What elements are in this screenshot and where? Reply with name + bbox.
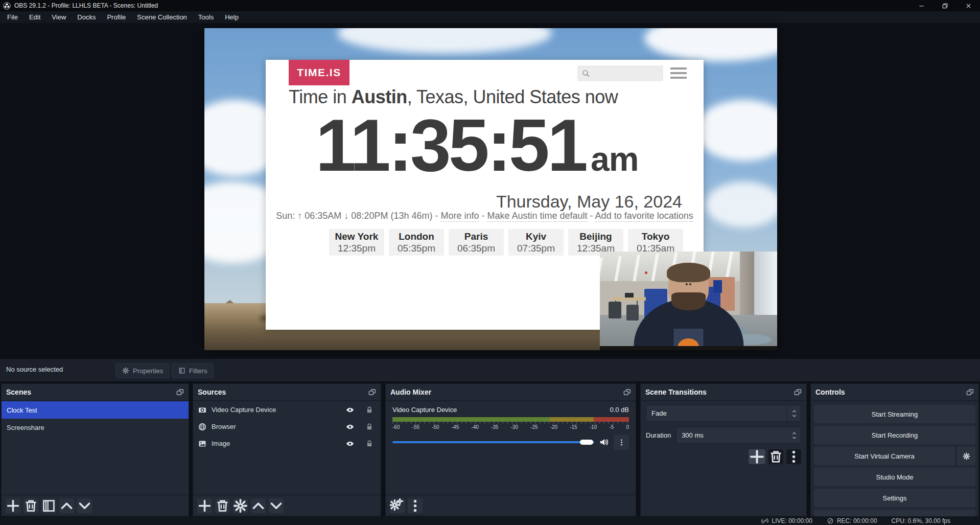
window-controls: [909, 0, 980, 11]
menu-edit[interactable]: Edit: [24, 11, 46, 23]
trash-button[interactable]: [24, 498, 38, 513]
start-virtual-camera-button[interactable]: Start Virtual Camera: [814, 447, 955, 465]
restore-icon[interactable]: [933, 0, 956, 11]
volume-slider-handle[interactable]: [580, 440, 593, 445]
source-toolbar: No source selected Properties Filters: [0, 359, 980, 381]
menu-view[interactable]: View: [46, 11, 72, 23]
studio-mode-button[interactable]: Studio Mode: [814, 468, 975, 486]
menu-tools[interactable]: Tools: [193, 11, 219, 23]
chevron-up-button[interactable]: [251, 498, 266, 513]
popout-icon[interactable]: [368, 389, 376, 396]
dots-vertical-button[interactable]: [408, 498, 423, 513]
start-streaming-button[interactable]: Start Streaming: [814, 405, 975, 423]
link-add-to-favorite-locations[interactable]: Add to favorite locations: [595, 211, 693, 222]
plus-button[interactable]: [749, 449, 765, 464]
timeis-logo[interactable]: TIME.IS: [289, 60, 349, 85]
scene-item-screenshare[interactable]: Screenshare: [2, 419, 189, 436]
chevron-up-icon: [791, 431, 797, 436]
city-london[interactable]: London05:35pm: [389, 229, 444, 256]
trash-button[interactable]: [768, 449, 783, 464]
gear-button[interactable]: [233, 498, 248, 513]
hamburger-menu-icon[interactable]: [670, 67, 687, 79]
gear-double-button[interactable]: [390, 498, 405, 513]
mixer-channel-menu-button[interactable]: [614, 435, 629, 450]
duration-spin-arrows[interactable]: [787, 427, 801, 443]
virtual-camera-config-button[interactable]: [957, 447, 975, 465]
filters-button[interactable]: [41, 498, 56, 513]
city-name: Beijing: [579, 231, 612, 242]
properties-button[interactable]: Properties: [115, 363, 170, 378]
city-name: Tokyo: [642, 231, 670, 242]
db-tick-label: -5: [609, 424, 614, 430]
duration-spinbox[interactable]: 300 ms: [676, 427, 801, 444]
city-paris[interactable]: Paris06:35pm: [449, 229, 504, 256]
start-recording-button[interactable]: Start Recording: [814, 426, 975, 444]
volume-slider[interactable]: [392, 441, 594, 443]
eye-icon: [346, 440, 354, 448]
rec-status: REC: 00:00:00: [827, 517, 877, 524]
minimize-icon[interactable]: [909, 0, 933, 11]
city-kyiv[interactable]: Kyiv07:35pm: [508, 229, 564, 256]
link-separator: -: [479, 211, 487, 221]
city-new-york[interactable]: New York12:35pm: [329, 229, 384, 256]
source-row-video-capture-device[interactable]: Video Capture Device: [193, 401, 381, 418]
db-tick-label: -45: [452, 424, 459, 430]
sun-times-text: Sun: ↑ 06:35AM ↓ 08:20PM (13h 46m): [276, 211, 432, 221]
menu-profile[interactable]: Profile: [101, 11, 131, 23]
filters-button[interactable]: Filters: [172, 363, 214, 378]
popout-icon[interactable]: [623, 389, 631, 396]
program-canvas[interactable]: TIME.IS Time in Austin, Texas, United St…: [204, 28, 777, 350]
dots-vertical-button[interactable]: [786, 449, 801, 464]
menu-scene-collection[interactable]: Scene Collection: [131, 11, 193, 23]
mixer-channel-label: Video Capture Device: [392, 406, 457, 414]
volume-tick-labels: -60-55-50-45-40-35-30-25-20-15-10-50: [392, 424, 629, 430]
chevron-down-button[interactable]: [77, 498, 92, 513]
db-tick-label: -15: [570, 424, 577, 430]
gear-icon: [122, 367, 129, 374]
menu-file[interactable]: File: [2, 11, 24, 23]
volume-meter: [392, 417, 629, 422]
eye-icon: [346, 406, 354, 414]
popout-icon[interactable]: [794, 389, 802, 396]
transition-value: Fade: [646, 409, 787, 417]
timeis-clock: 11:35:51: [316, 104, 586, 187]
close-icon[interactable]: [956, 0, 980, 11]
plus-button[interactable]: [197, 498, 212, 513]
transition-select-arrows[interactable]: [787, 405, 801, 421]
source-row-browser[interactable]: Browser: [193, 418, 381, 435]
scenes-toolbar: [2, 494, 189, 516]
no-source-status: No source selected: [6, 366, 63, 373]
popout-icon[interactable]: [176, 389, 184, 396]
cloud: [644, 28, 777, 61]
blue-booth: [713, 280, 722, 293]
chevron-up-button[interactable]: [59, 498, 74, 513]
office-chair: [626, 305, 639, 321]
scene-item-clock-test[interactable]: Clock Test: [2, 401, 189, 419]
duration-label: Duration: [646, 431, 671, 439]
source-label: Browser: [212, 423, 341, 430]
menu-docks[interactable]: Docks: [72, 11, 101, 23]
trash-button[interactable]: [215, 498, 230, 513]
menu-bar: FileEditViewDocksProfileScene Collection…: [0, 11, 980, 23]
popout-icon[interactable]: [966, 389, 974, 396]
status-bar: LIVE: 00:00:00 REC: 00:00:00 CPU: 0.6%, …: [0, 516, 980, 525]
webcam-overlay[interactable]: [600, 252, 777, 350]
link-more-info[interactable]: More info: [440, 211, 479, 222]
sources-panel: Sources Video Capture DeviceBrowserImage: [193, 383, 381, 516]
timeis-search-input[interactable]: [577, 65, 663, 81]
settings-button[interactable]: Settings: [814, 489, 975, 507]
link-make-austin-time-default[interactable]: Make Austin time default: [487, 211, 587, 222]
scenes-panel: Scenes Clock TestScreenshare: [1, 383, 189, 516]
db-tick-label: 0: [626, 424, 629, 430]
transition-select[interactable]: Fade: [646, 405, 801, 422]
city-name: London: [399, 231, 434, 242]
plus-button[interactable]: [6, 498, 20, 513]
menu-help[interactable]: Help: [219, 11, 244, 23]
person-eyes: [686, 283, 691, 285]
chevron-down-button[interactable]: [269, 498, 284, 513]
speaker-icon[interactable]: [599, 438, 609, 447]
scenes-panel-header: Scenes: [2, 384, 189, 401]
mixer-channel: Video Capture Device 0.0 dB -60-55-50-45…: [386, 401, 636, 450]
source-row-image[interactable]: Image: [193, 435, 381, 452]
db-tick-label: -10: [590, 424, 597, 430]
